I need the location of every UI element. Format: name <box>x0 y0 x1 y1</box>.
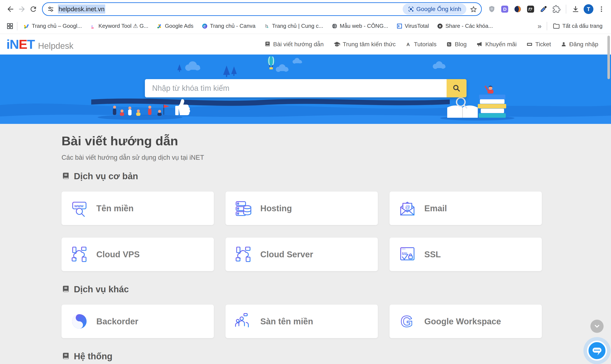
card-cloud-vps[interactable]: Cloud VPS <box>62 238 214 271</box>
address-bar[interactable]: helpdesk.inet.vn Google Ống kính <box>42 2 482 16</box>
ssl-certificate-icon: SSL <box>398 246 416 263</box>
bookmark-google-marketing[interactable]: Trang chủ – Googl... <box>24 23 82 29</box>
bookmark-label: Trang chủ – Googl... <box>32 23 82 29</box>
page-subtitle: Các bài viết hướng dẫn sử dụng dịch vụ t… <box>62 154 611 161</box>
nav-label: Blog <box>455 41 467 48</box>
downloads-button[interactable] <box>571 4 580 14</box>
nav-tutorials[interactable]: A Tutorials <box>405 41 436 48</box>
extensions-menu-button[interactable] <box>552 4 561 14</box>
bookmark-canva[interactable]: C Trang chủ - Canva <box>202 23 255 29</box>
card-label: Email <box>424 204 447 213</box>
user-icon <box>561 41 567 47</box>
bookmarks-bar: Trang chủ – Googl... ‹ Keyword Tool ⚠ G.… <box>0 18 611 34</box>
b-favicon: b <box>264 23 269 29</box>
url-text[interactable]: helpdesk.inet.vn <box>58 5 105 13</box>
bookmark-keyword-tool[interactable]: ‹ Keyword Tool ⚠ G... <box>90 23 148 29</box>
d-extension-icon: D <box>501 5 508 13</box>
all-bookmarks-button[interactable]: Tất cả dấu trang <box>553 23 602 29</box>
svg-text:G: G <box>401 313 413 330</box>
card-backorder[interactable]: Backorder <box>62 305 214 338</box>
profile-avatar[interactable]: T <box>584 4 593 14</box>
card-san-ten-mien[interactable]: Sàn tên miền <box>225 305 378 338</box>
fonts-extension-button[interactable]: f? <box>526 4 535 14</box>
basic-services-grid: www Tên miền Hosting @ <box>62 192 611 271</box>
nav-blog[interactable]: Blog <box>446 41 467 48</box>
avatar-initial: T <box>587 6 590 12</box>
nav-login[interactable]: Đăng nhập <box>561 41 598 48</box>
bookmark-google-ads[interactable]: Google Ads <box>157 23 193 29</box>
bookmark-label: Share - Các khóa... <box>445 23 493 29</box>
shield-extension-button[interactable] <box>487 4 497 14</box>
nav-promotions[interactable]: Khuyến mãi <box>476 41 517 48</box>
nav-label: Trung tâm kiến thức <box>343 41 396 48</box>
flame-extension-button[interactable] <box>513 4 522 14</box>
book-icon <box>62 172 70 181</box>
reload-button[interactable] <box>27 3 39 15</box>
search-input[interactable] <box>145 79 447 97</box>
cloud-network-icon <box>234 246 252 263</box>
scrollbar-thumb[interactable] <box>607 36 610 79</box>
card-email[interactable]: @ Email <box>390 192 542 225</box>
card-hosting[interactable]: Hosting <box>225 192 378 225</box>
extensions-puzzle-icon <box>552 5 560 13</box>
hero-banner <box>0 54 611 124</box>
book-icon <box>264 41 271 48</box>
forward-button[interactable] <box>16 3 27 15</box>
nav-knowledge[interactable]: Trung tâm kiến thức <box>334 41 396 48</box>
svg-text:C: C <box>203 24 206 28</box>
chat-widget-button[interactable] <box>584 337 611 364</box>
chevron-down-icon <box>593 323 601 330</box>
site-settings-icon[interactable] <box>47 5 54 13</box>
bookmark-mau-web[interactable]: Mẫu web - CÔNG... <box>332 23 388 29</box>
all-bookmarks-label: Tất cả dấu trang <box>562 23 602 29</box>
book-icon <box>62 352 70 361</box>
site-header: iNET Helpdesk Bài viết hướng dẫn Trung t… <box>0 34 611 54</box>
card-google-workspace[interactable]: G Google Workspace <box>390 305 542 338</box>
google-lens-chip[interactable]: Google Ống kính <box>403 4 466 15</box>
card-label: Cloud Server <box>260 250 313 259</box>
fonts-extension-icon: f? <box>527 5 534 13</box>
nav-label: Bài viết hướng dẫn <box>273 41 324 48</box>
nav-label: Đăng nhập <box>569 41 598 48</box>
bookmark-cung-cap[interactable]: b Trang chủ | Cung c... <box>264 23 323 29</box>
logo-part-red: E <box>19 37 27 52</box>
google-lens-icon <box>408 6 414 12</box>
site-logo[interactable]: iNET Helpdesk <box>6 37 73 52</box>
d-extension-button[interactable]: D <box>500 4 510 14</box>
apps-grid-button[interactable] <box>5 21 15 31</box>
bookmark-share-khoa[interactable]: R Share - Các khóa... <box>437 23 493 29</box>
google-marketing-favicon <box>24 23 29 29</box>
download-icon <box>572 5 580 13</box>
hero-search-bar <box>145 79 467 97</box>
bookmark-virustotal[interactable]: VirusTotal <box>397 23 429 29</box>
page-content: Bài viết hướng dẫn Các bài viết hướng dẫ… <box>0 124 611 362</box>
svg-text:‹: ‹ <box>91 24 93 28</box>
book-icon <box>62 285 70 294</box>
logo-suffix: Helpdesk <box>38 41 73 51</box>
nav-guides[interactable]: Bài viết hướng dẫn <box>264 41 324 48</box>
shield-extension-icon <box>488 5 495 13</box>
domain-marketplace-icon <box>234 312 252 330</box>
bookmark-label: Mẫu web - CÔNG... <box>340 23 388 29</box>
nav-ticket[interactable]: Ticket <box>526 41 551 48</box>
scroll-down-button[interactable] <box>590 320 604 333</box>
browser-menu-button[interactable] <box>597 4 606 14</box>
card-cloud-server[interactable]: Cloud Server <box>225 238 378 271</box>
bookmark-star-icon[interactable] <box>470 5 477 13</box>
svg-text:A: A <box>406 42 410 47</box>
card-label: Backorder <box>96 317 138 326</box>
google-ads-favicon <box>157 23 162 29</box>
back-button[interactable] <box>5 3 16 15</box>
search-button[interactable] <box>447 79 467 97</box>
forward-icon <box>18 5 26 13</box>
chat-button-circle <box>587 341 607 361</box>
card-ten-mien[interactable]: www Tên miền <box>62 192 214 225</box>
kebab-menu-icon <box>598 5 605 13</box>
eyedropper-extension-button[interactable] <box>539 4 548 14</box>
bookmark-label: VirusTotal <box>405 23 429 29</box>
card-ssl[interactable]: SSL SSL <box>390 238 542 271</box>
section-heading-label: Dịch vụ cơ bản <box>74 171 138 181</box>
bookmarks-overflow-button[interactable]: » <box>535 22 545 30</box>
section-heading-other-services: Dịch vụ khác <box>62 284 611 294</box>
apps-grid-icon <box>6 23 13 30</box>
